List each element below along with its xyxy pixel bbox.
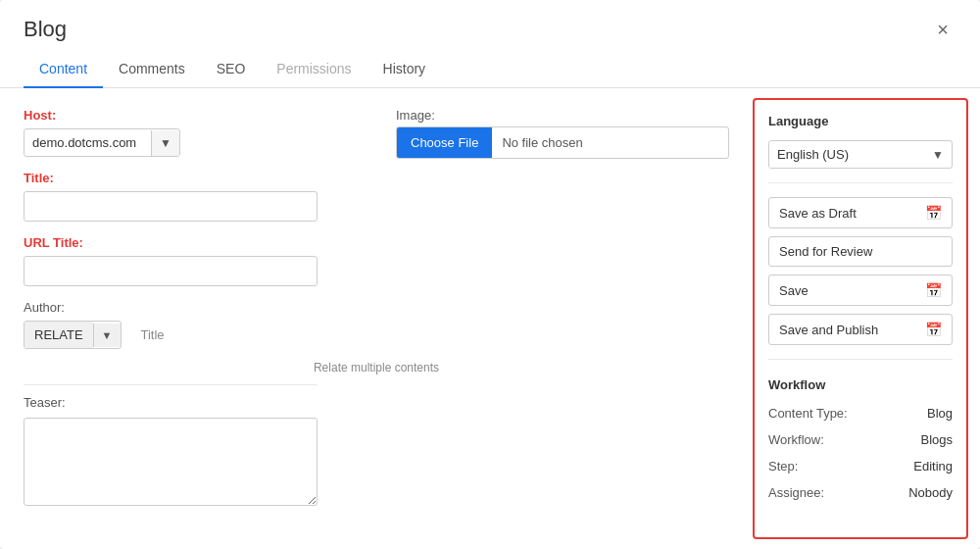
workflow-assignee-val: Nobody — [908, 485, 953, 500]
calendar-icon-draft: 📅 — [925, 205, 942, 221]
no-file-text: No file chosen — [492, 127, 728, 158]
relate-label: RELATE — [24, 322, 93, 348]
relate-dropdown-button[interactable]: ▼ — [93, 324, 121, 347]
language-section-label: Language — [768, 114, 953, 128]
language-select[interactable]: English (US) — [769, 141, 924, 168]
workflow-step-row: Step: Editing — [768, 459, 953, 474]
teaser-label: Teaser: — [24, 395, 729, 410]
host-field-group: Host: demo.dotcms.com ▼ — [24, 108, 180, 157]
choose-file-button[interactable]: Choose File — [397, 127, 492, 158]
sidebar-divider-1 — [768, 182, 953, 183]
author-label: Author: — [24, 300, 729, 315]
title-label: Title: — [24, 171, 729, 185]
modal-title: Blog — [24, 17, 67, 42]
calendar-icon-save: 📅 — [925, 282, 942, 298]
sidebar-panel: Language English (US) ▼ Save as Draft 📅 … — [753, 98, 968, 539]
file-input-row: Choose File No file chosen — [396, 126, 729, 159]
workflow-content-type-row: Content Type: Blog — [768, 406, 953, 421]
title-input[interactable] — [24, 191, 318, 222]
workflow-content-type-key: Content Type: — [768, 406, 848, 421]
save-draft-label: Save as Draft — [779, 206, 857, 221]
workflow-workflow-row: Workflow: Blogs — [768, 432, 953, 447]
host-wrapper: demo.dotcms.com ▼ — [24, 128, 180, 157]
author-row: RELATE ▼ Title — [24, 321, 729, 349]
sidebar-divider-2 — [768, 359, 953, 360]
host-label: Host: — [24, 108, 180, 123]
tab-history[interactable]: History — [368, 51, 442, 88]
host-dropdown-button[interactable]: ▼ — [151, 130, 179, 156]
workflow-step-val: Editing — [913, 459, 953, 474]
top-row: Host: demo.dotcms.com ▼ Image: Choose Fi… — [24, 108, 729, 159]
modal: Blog × Content Comments SEO Permissions … — [0, 0, 980, 549]
workflow-content-type-val: Blog — [927, 406, 953, 421]
workflow-section-label: Workflow — [768, 377, 953, 392]
workflow-assignee-key: Assignee: — [768, 485, 824, 500]
teaser-input[interactable] — [24, 418, 318, 506]
relate-title-col: Title — [133, 327, 172, 342]
tab-content[interactable]: Content — [24, 51, 103, 88]
save-publish-button[interactable]: Save and Publish 📅 — [768, 314, 953, 345]
image-label: Image: — [396, 108, 729, 123]
tab-permissions[interactable]: Permissions — [261, 51, 367, 88]
relate-multiple-text: Relate multiple contents — [24, 361, 729, 374]
save-button[interactable]: Save 📅 — [768, 274, 953, 306]
workflow-workflow-key: Workflow: — [768, 432, 824, 447]
main-content-area: Host: demo.dotcms.com ▼ Image: Choose Fi… — [0, 88, 753, 549]
relate-button[interactable]: RELATE ▼ — [24, 321, 122, 349]
title-field-group: Title: — [24, 171, 729, 222]
save-publish-label: Save and Publish — [779, 323, 878, 337]
calendar-icon-publish: 📅 — [925, 322, 942, 337]
workflow-workflow-val: Blogs — [920, 432, 953, 447]
modal-body: Host: demo.dotcms.com ▼ Image: Choose Fi… — [0, 88, 980, 549]
url-title-label: URL Title: — [24, 235, 729, 250]
save-label: Save — [779, 283, 808, 298]
separator — [24, 384, 318, 385]
tab-seo[interactable]: SEO — [201, 51, 262, 88]
send-review-label: Send for Review — [779, 244, 872, 259]
tab-comments[interactable]: Comments — [103, 51, 201, 88]
save-draft-button[interactable]: Save as Draft 📅 — [768, 197, 953, 228]
workflow-step-key: Step: — [768, 459, 798, 474]
modal-header: Blog × — [0, 0, 980, 43]
workflow-assignee-row: Assignee: Nobody — [768, 485, 953, 500]
send-review-button[interactable]: Send for Review — [768, 236, 953, 267]
language-select-wrapper[interactable]: English (US) ▼ — [768, 140, 953, 169]
url-title-input[interactable] — [24, 256, 318, 286]
tabs-bar: Content Comments SEO Permissions History — [0, 51, 980, 88]
close-button[interactable]: × — [929, 16, 956, 43]
lang-chevron-icon: ▼ — [924, 142, 952, 168]
image-field-group: Image: Choose File No file chosen — [396, 108, 729, 159]
teaser-field-group: Teaser: — [24, 395, 729, 506]
host-value: demo.dotcms.com — [24, 129, 151, 156]
url-title-field-group: URL Title: — [24, 235, 729, 286]
author-field-group: Author: RELATE ▼ Title Relate multiple c… — [24, 300, 729, 374]
